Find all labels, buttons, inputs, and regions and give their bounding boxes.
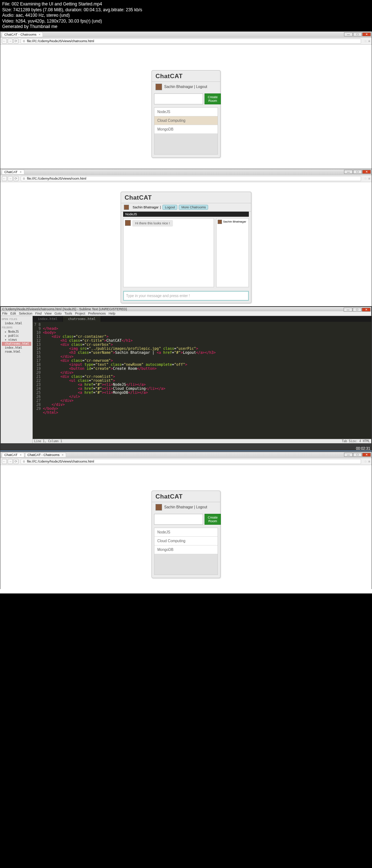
editor-tab[interactable]: index.html bbox=[33, 316, 63, 322]
app-title: ChatCAT bbox=[152, 71, 220, 82]
file-icon: 🗎 bbox=[23, 177, 26, 180]
chat-message: Hi there this looks nice ! bbox=[124, 219, 214, 228]
room-toolbar: Sachin Bhatnagar | Logout More Chatrooms bbox=[121, 203, 251, 212]
editor-tabs[interactable]: index.html chatrooms.html bbox=[33, 316, 371, 322]
new-room-input[interactable] bbox=[154, 93, 203, 104]
messages-pane: Hi there this looks nice ! bbox=[123, 218, 214, 287]
timestamp: 00:01:41 bbox=[356, 301, 370, 305]
browser-tabstrip: ChatCAT - Chatrooms× bbox=[0, 32, 372, 37]
browser-tab[interactable]: ChatCAT× bbox=[2, 452, 24, 457]
tab-close-icon[interactable]: × bbox=[20, 170, 21, 174]
browser-toolbar: ← → ⟳ 🗎file:///C:/Udemy/NodeJS/views/roo… bbox=[0, 175, 372, 182]
new-room-input[interactable] bbox=[154, 514, 203, 525]
forward-button[interactable]: → bbox=[8, 176, 13, 181]
browser-tabstrip: ChatCAT× bbox=[0, 169, 372, 175]
room-item[interactable]: NodeJS bbox=[154, 108, 218, 116]
address-bar[interactable]: 🗎file:///C:/Udemy/NodeJS/views/room.html bbox=[21, 176, 361, 181]
address-bar[interactable]: 🗎file:///C:/Udemy/NodeJS/views/chatrooms… bbox=[21, 459, 361, 464]
window-maximize-icon[interactable]: □ bbox=[353, 308, 361, 312]
code-editor[interactable]: 7 8 9 10 11 12 13 14 15 16 17 18 19 20 2… bbox=[33, 322, 371, 439]
line-gutter: 7 8 9 10 11 12 13 14 15 16 17 18 19 20 2… bbox=[33, 322, 43, 439]
thumbnail-frame-2: — □ ✕ ChatCAT× ← → ⟳ 🗎file:///C:/Udemy/N… bbox=[0, 169, 372, 306]
thumbnail-frame-3: — □ ✕ C:\Udemy\NodeJS\views\chatrooms.ht… bbox=[0, 306, 372, 452]
logout-link[interactable]: Logout bbox=[196, 505, 207, 509]
room-list: NodeJS Cloud Computing MongoDB bbox=[154, 528, 218, 575]
back-button[interactable]: ← bbox=[2, 459, 7, 464]
tab-close-icon[interactable]: × bbox=[62, 453, 64, 457]
room-item[interactable]: MongoDB bbox=[154, 125, 218, 134]
window-minimize-icon[interactable]: — bbox=[344, 32, 353, 36]
chatcat-panel: ChatCAT Sachin Bhatnagar | Logout Create… bbox=[151, 491, 221, 578]
address-bar[interactable]: 🗎file:///C:/Udemy/NodeJS/views/chatrooms… bbox=[21, 39, 361, 44]
user-box: Sachin Bhatnagar | Logout bbox=[152, 82, 220, 92]
room-item[interactable]: Cloud Computing bbox=[154, 537, 218, 545]
window-maximize-icon[interactable]: □ bbox=[353, 32, 362, 36]
window-minimize-icon[interactable]: — bbox=[344, 453, 353, 457]
bookmark-icon[interactable]: ☆ bbox=[364, 39, 367, 43]
new-room-row: Create Room bbox=[152, 92, 220, 106]
timestamp: 00:03:21 bbox=[356, 584, 370, 588]
message-input[interactable]: Type in your message and press enter ! bbox=[123, 291, 249, 301]
thumbnail-frame-1: — □ ✕ ChatCAT - Chatrooms× ← → ⟳ 🗎file:/… bbox=[0, 31, 372, 169]
tab-close-icon[interactable]: × bbox=[20, 453, 21, 457]
avatar bbox=[124, 205, 129, 210]
forward-button[interactable]: → bbox=[8, 39, 13, 44]
back-button[interactable]: ← bbox=[2, 39, 7, 44]
app-title: ChatCAT bbox=[152, 491, 220, 502]
room-item[interactable]: Cloud Computing bbox=[154, 116, 218, 125]
timestamp: 00:02:31 bbox=[356, 447, 370, 451]
editor-sidebar[interactable]: OPEN FILES index.html FOLDERS ▸ NodeJS ▸… bbox=[1, 316, 33, 443]
app-title: ChatCAT bbox=[121, 192, 251, 203]
chatcat-room-panel: ChatCAT Sachin Bhatnagar | Logout More C… bbox=[121, 192, 251, 303]
avatar bbox=[155, 504, 162, 511]
reload-button[interactable]: ⟳ bbox=[13, 39, 19, 44]
avatar bbox=[218, 220, 222, 224]
menu-icon[interactable]: ≡ bbox=[368, 460, 370, 463]
window-close-icon[interactable]: ✕ bbox=[362, 453, 371, 457]
window-maximize-icon[interactable]: □ bbox=[353, 170, 362, 174]
reload-button[interactable]: ⟳ bbox=[13, 459, 19, 464]
current-room-bar: NodeJS bbox=[123, 212, 249, 217]
new-room-row: Create Room bbox=[152, 512, 220, 526]
chatcat-panel: ChatCAT Sachin Bhatnagar | Logout Create… bbox=[151, 70, 221, 158]
file-icon: 🗎 bbox=[23, 39, 26, 43]
avatar bbox=[155, 84, 162, 90]
window-minimize-icon[interactable]: — bbox=[344, 170, 353, 174]
room-item[interactable]: NodeJS bbox=[154, 528, 218, 537]
editor-tab[interactable]: chatrooms.html bbox=[63, 316, 101, 322]
message-text: Hi there this looks nice ! bbox=[132, 220, 173, 227]
back-button[interactable]: ← bbox=[2, 176, 7, 181]
editor-status-bar: Line 1, Column 1Tab Size: 4 HTML bbox=[33, 439, 371, 443]
bookmark-icon[interactable]: ☆ bbox=[364, 460, 367, 463]
menu-icon[interactable]: ≡ bbox=[368, 39, 370, 43]
tab-close-icon[interactable]: × bbox=[39, 33, 40, 36]
window-minimize-icon[interactable]: — bbox=[344, 308, 352, 312]
editor-menu-bar[interactable]: FileEditSelectionFindViewGotoToolsProjec… bbox=[1, 311, 371, 316]
window-close-icon[interactable]: ✕ bbox=[362, 170, 371, 174]
more-chatrooms-button[interactable]: More Chatrooms bbox=[179, 205, 208, 210]
window-close-icon[interactable]: ✕ bbox=[362, 308, 371, 312]
logout-button[interactable]: Logout bbox=[162, 205, 178, 210]
room-item[interactable]: MongoDB bbox=[154, 545, 218, 554]
code-content[interactable]: </head> <body> <div class="cr-container"… bbox=[43, 322, 371, 439]
editor-title-bar: C:\Udemy\NodeJS\views\chatrooms.html (No… bbox=[1, 307, 371, 311]
browser-toolbar: ← → ⟳ 🗎file:///C:/Udemy/NodeJS/views/cha… bbox=[0, 458, 372, 465]
bookmark-icon[interactable]: ☆ bbox=[364, 177, 367, 180]
thumbnail-frame-4: — □ ✕ ChatCAT× ChatCAT - Chatrooms× ← → … bbox=[0, 452, 372, 589]
avatar bbox=[125, 220, 131, 226]
window-close-icon[interactable]: ✕ bbox=[362, 32, 371, 36]
forward-button[interactable]: → bbox=[8, 459, 13, 464]
window-maximize-icon[interactable]: □ bbox=[353, 453, 362, 457]
browser-toolbar: ← → ⟳ 🗎file:///C:/Udemy/NodeJS/views/cha… bbox=[0, 37, 372, 45]
video-metadata: File: 002 Examining the UI and Getting S… bbox=[0, 0, 372, 31]
browser-tab[interactable]: ChatCAT× bbox=[2, 169, 24, 174]
reload-button[interactable]: ⟳ bbox=[13, 176, 19, 181]
user-box: Sachin Bhatnagar | Logout bbox=[152, 502, 220, 512]
logout-link[interactable]: Logout bbox=[196, 85, 207, 89]
create-room-button[interactable]: Create Room bbox=[205, 93, 221, 104]
create-room-button[interactable]: Create Room bbox=[205, 514, 221, 525]
menu-icon[interactable]: ≡ bbox=[368, 177, 370, 180]
timestamp: 00:00:52 bbox=[356, 164, 370, 168]
browser-tab[interactable]: ChatCAT - Chatrooms× bbox=[25, 452, 66, 457]
browser-tab[interactable]: ChatCAT - Chatrooms× bbox=[2, 32, 43, 37]
